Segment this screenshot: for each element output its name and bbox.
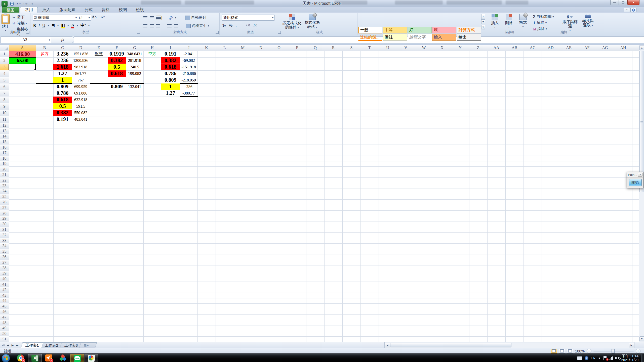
row-header-21[interactable]: 21 xyxy=(0,172,9,178)
orientation-button[interactable]: ab xyxy=(168,15,174,21)
column-header-Z[interactable]: Z xyxy=(469,45,488,51)
column-header-X[interactable]: X xyxy=(433,45,451,51)
row-header-30[interactable]: 30 xyxy=(0,221,9,227)
cell-style-7[interactable]: 說明文字 xyxy=(408,34,432,41)
font-dialog-launcher[interactable] xyxy=(137,31,140,34)
horizontal-scroll-thumb[interactable] xyxy=(390,343,511,347)
insert-cells-button[interactable]: 插入▾ xyxy=(488,14,502,29)
align-center-button[interactable] xyxy=(150,24,154,27)
borders-button[interactable]: ⊞ xyxy=(52,23,55,28)
cell-C5[interactable]: 1 xyxy=(53,77,72,83)
row-header-34[interactable]: 34 xyxy=(0,243,9,249)
taskbar-clock[interactable]: 下午 11:14 2021/11/29 xyxy=(621,354,638,362)
ribbon-tab-0[interactable]: 常用 xyxy=(20,7,38,13)
excel-app-icon[interactable]: X xyxy=(2,1,8,7)
autosum-button[interactable]: Σ自動加總▾ xyxy=(532,14,555,19)
keyboard-icon[interactable] xyxy=(577,356,582,360)
alignment-dialog-launcher[interactable] xyxy=(216,31,219,34)
column-header-M[interactable]: M xyxy=(234,45,252,51)
column-header-B[interactable]: B xyxy=(36,45,54,51)
cell-D6[interactable]: 699.959 xyxy=(72,83,90,90)
row-header-18[interactable]: 18 xyxy=(0,156,9,161)
column-header-N[interactable]: N xyxy=(252,45,270,51)
page-layout-view-button[interactable] xyxy=(559,349,565,353)
fill-color-dropdown[interactable]: ▾ xyxy=(67,24,69,27)
title-bar[interactable]: X ↶▾ ↷▾ ▾ 天書 - Microsoft Excel — ❐ ✕ xyxy=(0,0,644,7)
fill-button[interactable]: ⬇填滿▾ xyxy=(532,20,555,25)
column-header-C[interactable]: C xyxy=(53,45,72,51)
column-header-AA[interactable]: AA xyxy=(487,45,506,51)
cell-style-6[interactable]: 備註 xyxy=(383,34,407,41)
row-header-19[interactable]: 19 xyxy=(0,161,9,167)
row-header-38[interactable]: 38 xyxy=(0,265,9,271)
row-header-23[interactable]: 23 xyxy=(0,183,9,189)
cell-J7[interactable]: -380.77 xyxy=(180,90,197,96)
row-header-12[interactable]: 12 xyxy=(0,123,9,128)
redo-button[interactable]: ↷▾ xyxy=(23,2,28,6)
paste-button[interactable]: 貼上 ▾ xyxy=(2,14,10,32)
volume-icon[interactable] xyxy=(615,356,619,360)
cell-C2[interactable]: 2.236 xyxy=(53,57,72,64)
column-header-K[interactable]: K xyxy=(197,45,216,51)
cell-H1[interactable]: 空方 xyxy=(143,51,161,57)
row-header-35[interactable]: 35 xyxy=(0,249,9,254)
action-center-flag-icon[interactable] xyxy=(603,356,607,360)
zoom-level[interactable]: 100% xyxy=(575,349,585,353)
taskbar-excel-button[interactable]: X xyxy=(28,354,42,362)
font-color-button[interactable]: A xyxy=(71,23,74,28)
cell-style-4[interactable]: 計算方式 xyxy=(457,27,481,33)
comma-format-button[interactable]: , xyxy=(235,23,236,28)
scroll-up-button[interactable]: ▲ xyxy=(639,45,644,50)
cell-J4[interactable]: -210.886 xyxy=(180,70,197,77)
cut-button[interactable]: ✂剪下 xyxy=(11,15,30,20)
phonetic-button[interactable]: 中˟ xyxy=(80,23,86,28)
column-header-AE[interactable]: AE xyxy=(560,45,578,51)
row-header-9[interactable]: 9 xyxy=(0,103,9,110)
row-header-22[interactable]: 22 xyxy=(0,177,9,183)
phonetic-dropdown[interactable]: ▾ xyxy=(88,24,90,27)
cell-G4[interactable]: 199.082 xyxy=(126,70,143,77)
tab-file[interactable]: 檔案 xyxy=(2,7,19,13)
row-header-37[interactable]: 37 xyxy=(0,260,9,265)
gallery-up-button[interactable]: ▲ xyxy=(481,14,485,19)
ribbon-tab-5[interactable]: 校閱 xyxy=(114,7,131,13)
normal-view-button[interactable] xyxy=(551,349,557,353)
conditional-formatting-button[interactable]: 設定格式化的條件 ▾ xyxy=(282,14,302,30)
align-middle-button[interactable] xyxy=(150,16,154,19)
row-header-49[interactable]: 49 xyxy=(0,326,9,331)
find-select-button[interactable]: 尋找與選取 ▾ xyxy=(580,15,596,28)
row-header-28[interactable]: 28 xyxy=(0,210,9,216)
column-header-Q[interactable]: Q xyxy=(306,45,325,51)
popup-start-button[interactable]: 開始 xyxy=(629,179,642,186)
cell-I7[interactable]: 1.27 xyxy=(161,90,180,96)
align-left-button[interactable] xyxy=(143,24,147,27)
name-box-dropdown[interactable]: ▾ xyxy=(49,38,51,41)
column-header-Y[interactable]: Y xyxy=(451,45,469,51)
cell-D10[interactable]: 550.082 xyxy=(72,110,90,116)
cell-C1[interactable]: 3.236 xyxy=(53,51,72,57)
cell-F2[interactable]: 0.382 xyxy=(108,57,126,64)
row-header-3[interactable]: 3 xyxy=(0,64,9,71)
cell-F6[interactable]: 0.809 xyxy=(108,83,126,90)
cell-C9[interactable]: 0.5 xyxy=(53,103,72,109)
row-header-1[interactable]: 1 xyxy=(0,51,9,58)
increase-decimal-button[interactable]: +.0 xyxy=(246,24,250,27)
fill-color-button[interactable]: ◧ xyxy=(61,23,65,28)
increase-indent-button[interactable] xyxy=(174,24,178,27)
row-header-40[interactable]: 40 xyxy=(0,276,9,282)
cell-I2[interactable]: 0.382 xyxy=(161,57,180,64)
row-header-42[interactable]: 42 xyxy=(0,287,9,293)
gallery-more-button[interactable]: ▼̲ xyxy=(481,25,485,29)
zoom-in-button[interactable]: + xyxy=(636,349,640,353)
borders-dropdown[interactable]: ▾ xyxy=(57,24,59,27)
clipboard-dialog-launcher[interactable] xyxy=(26,31,29,34)
sheet-tab-2[interactable]: 工作表2 xyxy=(40,342,63,348)
cell-C11[interactable]: 0.191 xyxy=(53,116,72,122)
cell-D8[interactable]: 632.918 xyxy=(72,97,90,103)
cell-G3[interactable]: 240.5 xyxy=(126,64,143,70)
cell-C7[interactable]: 0.786 xyxy=(53,90,72,96)
cell-F4[interactable]: 0.618 xyxy=(108,70,126,77)
page-break-view-button[interactable] xyxy=(567,349,573,353)
column-header-V[interactable]: V xyxy=(397,45,415,51)
taskbar-chrome-button[interactable]: A xyxy=(14,354,27,362)
